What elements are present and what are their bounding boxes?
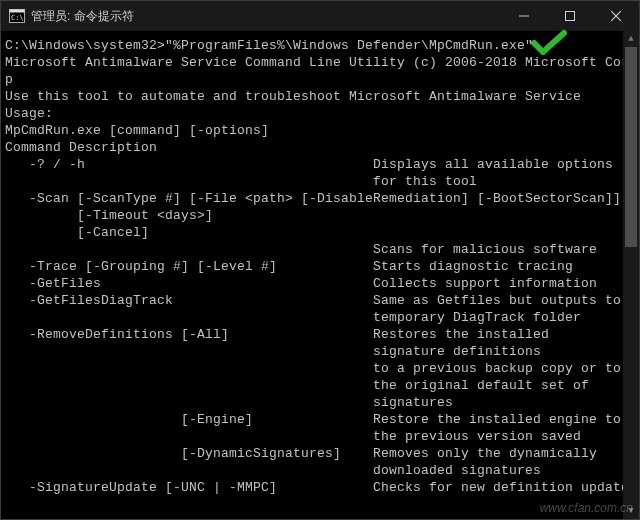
- titlebar[interactable]: C:\ 管理员: 命令提示符: [1, 1, 639, 31]
- maximize-button[interactable]: [547, 1, 593, 31]
- checkmark-overlay-icon: [531, 29, 567, 57]
- cmd-icon: C:\: [9, 8, 25, 24]
- terminal-line: for this tool: [5, 173, 635, 190]
- terminal-line: to a previous backup copy or to: [5, 360, 635, 377]
- terminal-output[interactable]: C:\Windows\system32>"%ProgramFiles%\Wind…: [1, 31, 639, 519]
- terminal-line: [-Cancel]: [5, 224, 635, 241]
- terminal-line: downloaded signatures: [5, 462, 635, 479]
- terminal-line: -? / -h Displays all available options: [5, 156, 635, 173]
- terminal-line: [-Engine] Restore the installed engine t…: [5, 411, 635, 428]
- svg-rect-4: [566, 12, 575, 21]
- svg-rect-1: [10, 10, 25, 13]
- terminal-line: -SignatureUpdate [-UNC | -MMPC] Checks f…: [5, 479, 635, 496]
- terminal-line: MpCmdRun.exe [command] [-options]: [5, 122, 635, 139]
- terminal-line: Use this tool to automate and troublesho…: [5, 88, 635, 105]
- terminal-line: the original default set of: [5, 377, 635, 394]
- terminal-line: Usage:: [5, 105, 635, 122]
- terminal-line: -GetFilesDiagTrack Same as Getfiles but …: [5, 292, 635, 309]
- terminal-line: -Trace [-Grouping #] [-Level #] Starts d…: [5, 258, 635, 275]
- terminal-line: -Scan [-ScanType #] [-File <path> [-Disa…: [5, 190, 635, 207]
- scrollbar-vertical[interactable]: ▲ ▼: [623, 31, 639, 519]
- terminal-line: -RemoveDefinitions [-All] Restores the i…: [5, 326, 635, 343]
- terminal-line: signature definitions: [5, 343, 635, 360]
- terminal-line: temporary DiagTrack folder: [5, 309, 635, 326]
- terminal-line: signatures: [5, 394, 635, 411]
- scroll-track[interactable]: [623, 47, 639, 503]
- cmd-window: C:\ 管理员: 命令提示符 C:\Windows\system32>"%Pro…: [0, 0, 640, 520]
- terminal-line: -GetFiles Collects support information: [5, 275, 635, 292]
- terminal-line: p: [5, 71, 635, 88]
- terminal-line: Scans for malicious software: [5, 241, 635, 258]
- terminal-line: Command Description: [5, 139, 635, 156]
- terminal-line: [-DynamicSignatures] Removes only the dy…: [5, 445, 635, 462]
- terminal-line: the previous version saved: [5, 428, 635, 445]
- svg-text:C:\: C:\: [11, 14, 24, 22]
- scroll-up-arrow[interactable]: ▲: [623, 31, 639, 47]
- watermark-text: www.cfan.com.cn: [540, 501, 633, 515]
- minimize-button[interactable]: [501, 1, 547, 31]
- close-button[interactable]: [593, 1, 639, 31]
- scroll-thumb[interactable]: [625, 47, 637, 247]
- window-title: 管理员: 命令提示符: [31, 8, 134, 25]
- terminal-line: [-Timeout <days>]: [5, 207, 635, 224]
